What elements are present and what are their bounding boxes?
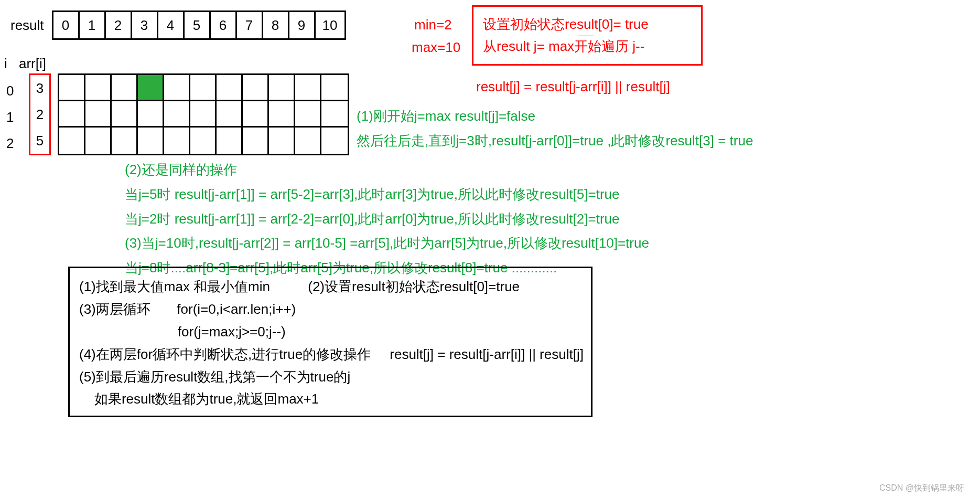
dash-mark	[578, 36, 594, 36]
grid-cell	[138, 101, 164, 128]
summary-line-2: (3)两层循环 for(i=0,i<arr.len;i++)	[79, 298, 581, 321]
grid-cell	[269, 128, 295, 154]
result-cell: 10	[316, 12, 344, 38]
result-array-row: result 012345678910	[10, 10, 346, 40]
grid-cell	[164, 101, 190, 128]
result-cell: 5	[185, 12, 211, 38]
green1-line2: 然后往后走,直到j=3时,result[j-arr[0]]=true ,此时修改…	[357, 129, 753, 153]
summary-line-5: (5)到最后遍历result数组,找第一个不为true的j	[79, 366, 581, 388]
grid-cell	[295, 101, 321, 128]
row-indices-column: 012	[6, 78, 14, 156]
grid-cell	[269, 75, 295, 101]
result-cell: 9	[289, 12, 316, 38]
grid-cell	[164, 75, 190, 101]
arri-header-label: arr[i]	[19, 56, 46, 72]
grid-cell	[217, 101, 243, 128]
row-index: 0	[6, 78, 14, 104]
row-index: 1	[6, 104, 14, 130]
grid-cell	[217, 128, 243, 154]
result-label: result	[10, 17, 44, 34]
grid-cell	[217, 75, 243, 101]
green2-line2: 当j=5时 result[j-arr[1]] = arr[5-2]=arr[3]…	[125, 182, 649, 207]
summary-line-3: for(j=max;j>=0;j--)	[79, 321, 581, 343]
green2-line4: (3)当j=10时,result[j-arr[2]] = arr[10-5] =…	[125, 231, 649, 256]
grid-row	[59, 101, 348, 128]
result-cell: 0	[53, 12, 80, 38]
arr-value-cell: 5	[30, 128, 49, 154]
result-cell: 4	[158, 12, 185, 38]
grid-cell	[243, 128, 269, 154]
result-cells-container: 012345678910	[52, 10, 346, 40]
arr-values-column: 325	[29, 73, 51, 155]
result-cell: 2	[106, 12, 132, 38]
grid-cell	[138, 75, 164, 101]
result-cell: 3	[132, 12, 158, 38]
explanation-block-2: (2)还是同样的操作 当j=5时 result[j-arr[1]] = arr[…	[125, 157, 649, 280]
green1-line1: (1)刚开始j=max result[j]=false	[357, 104, 753, 129]
red-box-line-2: 从result j= max开始遍历 j--	[483, 36, 692, 58]
explanation-block-1: (1)刚开始j=max result[j]=false 然后往后走,直到j=3时…	[357, 104, 753, 153]
result-cell: 1	[80, 12, 106, 38]
grid-cell	[112, 75, 138, 101]
grid-cell	[85, 128, 112, 154]
grid-cell	[295, 128, 321, 154]
row-index: 2	[6, 130, 14, 156]
result-cell: 8	[263, 12, 289, 38]
grid-cell	[112, 128, 138, 154]
grid-cell	[164, 128, 190, 154]
algorithm-summary-box: (1)找到最大值max 和最小值min (2)设置result初始状态resul…	[68, 267, 593, 417]
grid-cell	[243, 75, 269, 101]
grid-cell	[85, 101, 112, 128]
initial-state-box: 设置初始状态result[0]= true 从result j= max开始遍历…	[472, 5, 703, 66]
grid-cell	[59, 128, 85, 154]
grid-cell	[190, 101, 217, 128]
summary-line-4: (4)在两层for循环中判断状态,进行true的修改操作 result[j] =…	[79, 343, 581, 366]
dp-grid	[58, 73, 349, 155]
arr-value-cell: 3	[30, 75, 49, 101]
min-text: min=2	[414, 17, 452, 33]
grid-cell	[59, 101, 85, 128]
max-text: max=10	[412, 39, 460, 56]
grid-cell	[59, 75, 85, 101]
result-cell: 6	[211, 12, 237, 38]
grid-cell	[190, 75, 217, 101]
grid-cell	[269, 101, 295, 128]
grid-cell	[321, 75, 348, 101]
arr-value-cell: 2	[30, 101, 49, 128]
grid-cell	[321, 128, 348, 154]
dp-formula: result[j] = result[j-arr[i]] || result[j…	[476, 79, 670, 95]
grid-cell	[112, 101, 138, 128]
grid-cell	[295, 75, 321, 101]
green2-line3: 当j=2时 result[j-arr[1]] = arr[2-2]=arr[0]…	[125, 207, 649, 231]
grid-cell	[321, 101, 348, 128]
summary-line-1: (1)找到最大值max 和最小值min (2)设置result初始状态resul…	[79, 276, 581, 298]
grid-cell	[190, 128, 217, 154]
grid-cell	[138, 128, 164, 154]
grid-cell	[85, 75, 112, 101]
summary-line-6: 如果result数组都为true,就返回max+1	[79, 388, 581, 410]
green2-line1: (2)还是同样的操作	[125, 157, 649, 182]
i-header-label: i	[4, 56, 7, 72]
grid-row	[59, 128, 348, 154]
result-cell: 7	[237, 12, 263, 38]
red-box-line-1: 设置初始状态result[0]= true	[483, 14, 692, 36]
grid-row	[59, 75, 348, 101]
watermark-text: CSDN @快到锅里来呀	[879, 483, 964, 494]
grid-cell	[243, 101, 269, 128]
